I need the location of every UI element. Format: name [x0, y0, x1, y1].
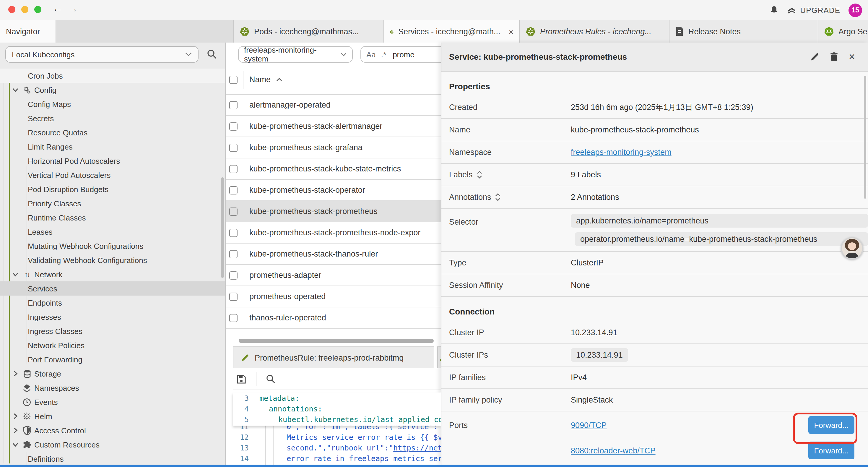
filter-input[interactable]: [392, 49, 429, 59]
sidebar-item-label: Endpoints: [28, 298, 62, 307]
sidebar-item-label: Cron Jobs: [28, 71, 63, 80]
kubeconfig-select[interactable]: Local Kubeconfigs: [5, 46, 198, 63]
row-checkbox[interactable]: [229, 122, 238, 130]
forward-button[interactable]: →: [68, 3, 78, 15]
tab-prometheus[interactable]: Prometheus Rules - icecheng...: [520, 20, 670, 42]
table-row[interactable]: kube-prometheus-stack-prometheus-node-ex…: [226, 222, 441, 243]
select-all-checkbox[interactable]: [229, 76, 238, 84]
sidebar-item-resource-quotas[interactable]: Resource Quotas: [0, 125, 226, 140]
yaml-editor[interactable]: 110","for":"1m","labels":{"service":12Me…: [233, 392, 441, 465]
sidebar-item-config[interactable]: Config: [0, 83, 226, 97]
sidebar-item-services[interactable]: Services: [0, 282, 226, 296]
regex-toggle[interactable]: .*: [381, 50, 386, 59]
upgrade-button[interactable]: UPGRADE: [787, 6, 840, 14]
sidebar-item-events[interactable]: Events: [0, 395, 226, 409]
table-row[interactable]: kube-prometheus-stack-prometheus: [226, 201, 441, 222]
sidebar-item-validating-webhook-configurations[interactable]: Validating Webhook Configurations: [0, 253, 226, 267]
editor-tab-prometheusrule[interactable]: PrometheusRule: freeleaps-prod-rabbitmq: [233, 346, 434, 368]
table-row[interactable]: kube-prometheus-stack-operator: [226, 180, 441, 201]
sidebar-item-network-policies[interactable]: Network Policies: [0, 338, 226, 352]
traffic-light-zoom-icon[interactable]: [34, 6, 41, 13]
edit-icon[interactable]: [810, 52, 820, 61]
sidebar-item-horizontal-pod-autoscalers[interactable]: Horizontal Pod Autoscalers: [0, 154, 226, 168]
sidebar-search-icon[interactable]: [207, 49, 217, 59]
line-number: 3: [233, 393, 254, 402]
table-row[interactable]: kube-prometheus-stack-kube-state-metrics: [226, 158, 441, 180]
selector-chip: operator.prometheus.io/name=kube-prometh…: [575, 232, 868, 246]
sidebar-item-secrets[interactable]: Secrets: [0, 111, 226, 125]
sidebar-item-config-maps[interactable]: Config Maps: [0, 97, 226, 111]
sidebar-item-cron-jobs[interactable]: Cron Jobs: [0, 68, 226, 83]
user-avatar[interactable]: [841, 237, 863, 260]
sidebar-item-pod-disruption-budgets[interactable]: Pod Disruption Budgets: [0, 182, 226, 196]
traffic-light-close-icon[interactable]: [8, 6, 16, 13]
row-checkbox[interactable]: [229, 250, 238, 258]
expand-toggle-icon[interactable]: [495, 193, 501, 201]
table-row[interactable]: kube-prometheus-stack-grafana: [226, 137, 441, 158]
connection-section-heading: Connection: [441, 297, 868, 322]
row-checkbox[interactable]: [229, 101, 238, 109]
sidebar-item-vertical-pod-autoscalers[interactable]: Vertical Pod Autoscalers: [0, 168, 226, 182]
kubernetes-icon: [390, 27, 394, 36]
table-row[interactable]: thanos-ruler-operated: [226, 308, 441, 329]
tab-release[interactable]: Release Notes: [670, 20, 818, 42]
details-scrollbar[interactable]: [864, 76, 866, 199]
tab-pods[interactable]: Pods - icecheng@mathmas...: [234, 20, 384, 42]
property-row-session-affinity: Session Affinity None: [441, 274, 868, 297]
row-checkbox[interactable]: [229, 292, 238, 300]
table-horizontal-scrollbar[interactable]: [239, 339, 434, 343]
sidebar-item-ingresses[interactable]: Ingresses: [0, 310, 226, 324]
table-row[interactable]: prometheus-operated: [226, 286, 441, 308]
match-case-toggle[interactable]: Aa: [366, 50, 376, 59]
close-icon[interactable]: ×: [849, 51, 855, 63]
editor-search-icon[interactable]: [266, 374, 275, 384]
sidebar-item-label: Ingresses: [28, 313, 61, 321]
sidebar-item-leases[interactable]: Leases: [0, 225, 226, 239]
forward-button[interactable]: Forward...: [808, 442, 855, 459]
delete-icon[interactable]: [830, 52, 839, 61]
sidebar-item-ingress-classes[interactable]: Ingress Classes: [0, 324, 226, 338]
tab-navigator[interactable]: Navigator: [0, 20, 56, 42]
row-checkbox[interactable]: [229, 314, 238, 322]
sidebar-item-endpoints[interactable]: Endpoints: [0, 296, 226, 310]
row-checkbox[interactable]: [229, 165, 238, 173]
save-icon[interactable]: [236, 374, 246, 384]
namespace-link[interactable]: freeleaps-monitoring-system: [571, 148, 672, 157]
sidebar-item-limit-ranges[interactable]: Limit Ranges: [0, 140, 226, 154]
sidebar-item-access-control[interactable]: Access Control: [0, 423, 226, 437]
tab-argo[interactable]: Argo Se: [818, 20, 868, 42]
table-row[interactable]: alertmanager-operated: [226, 95, 441, 116]
sidebar-item-helm[interactable]: Helm: [0, 409, 226, 423]
back-button[interactable]: ←: [53, 3, 63, 15]
row-checkbox[interactable]: [229, 186, 238, 194]
sidebar-item-custom-resources[interactable]: Custom Resources: [0, 437, 226, 451]
port-link-8080[interactable]: 8080:reloader-web/TCP: [571, 446, 656, 455]
sidebar-item-network[interactable]: ↑↓Network: [0, 267, 226, 282]
editor-tab-fragment[interactable]: [437, 346, 441, 368]
sidebar-item-runtime-classes[interactable]: Runtime Classes: [0, 210, 226, 225]
row-checkbox[interactable]: [229, 207, 238, 215]
row-checkbox[interactable]: [229, 143, 238, 152]
table-row[interactable]: prometheus-adapter: [226, 265, 441, 286]
sidebar-item-definitions[interactable]: Definitions: [0, 451, 226, 465]
namespace-select[interactable]: freeleaps-monitoring-system: [238, 46, 353, 63]
tab-services[interactable]: Services - icecheng@math...×: [384, 20, 520, 43]
sidebar-item-mutating-webhook-configurations[interactable]: Mutating Webhook Configurations: [0, 239, 226, 253]
expand-toggle-icon[interactable]: [477, 171, 482, 178]
table-row[interactable]: kube-prometheus-stack-alertmanager: [226, 116, 441, 137]
sidebar-item-storage[interactable]: Storage: [0, 367, 226, 381]
table-row[interactable]: kube-prometheus-stack-thanos-ruler: [226, 243, 441, 265]
row-checkbox[interactable]: [229, 271, 238, 279]
namespace-select-value: freeleaps-monitoring-system: [244, 46, 340, 63]
notifications-bell-icon[interactable]: [769, 5, 779, 15]
name-column-header[interactable]: Name: [249, 75, 282, 84]
notification-count-badge[interactable]: 15: [848, 3, 862, 17]
sidebar-item-port-forwarding[interactable]: Port Forwarding: [0, 352, 226, 367]
traffic-light-minimize-icon[interactable]: [21, 6, 28, 13]
sidebar-item-priority-classes[interactable]: Priority Classes: [0, 196, 226, 210]
row-checkbox[interactable]: [229, 229, 238, 237]
sidebar-scrollbar[interactable]: [221, 177, 224, 278]
tab-close-icon[interactable]: ×: [509, 27, 514, 36]
sidebar-item-namespaces[interactable]: Namespaces: [0, 381, 226, 395]
port-link-9090[interactable]: 9090/TCP: [571, 420, 607, 430]
